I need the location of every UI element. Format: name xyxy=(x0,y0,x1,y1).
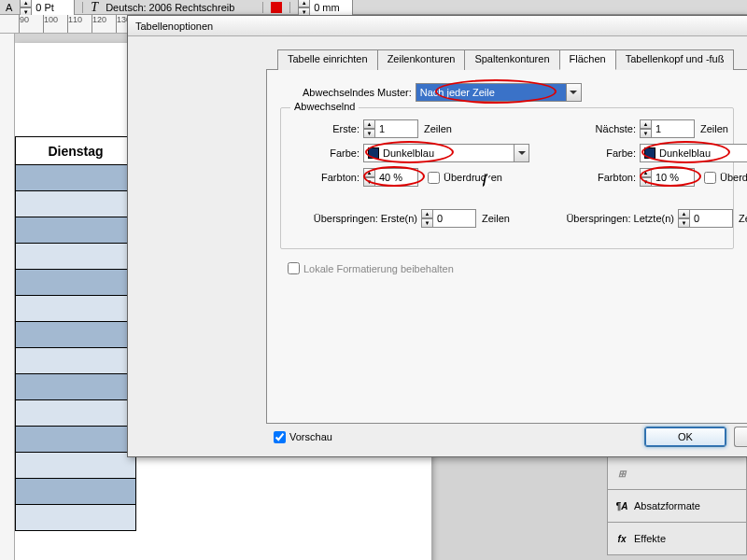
first-overprint-check[interactable]: Überdrucken xyxy=(428,172,502,184)
alternating-group: Abwechselnd Erste: ▲▼ Zeilen xyxy=(280,107,734,249)
table-header: Dienstag xyxy=(16,137,136,165)
table-row xyxy=(16,191,136,217)
color-swatch-icon xyxy=(368,147,379,159)
first-count-input[interactable] xyxy=(375,119,418,138)
pt-label: A xyxy=(6,2,12,13)
pt-spinner[interactable]: ▲▼ xyxy=(20,0,75,17)
first-color-value: Dunkelblau xyxy=(383,147,434,159)
pattern-value: Nach jeder Zeile xyxy=(420,87,495,98)
table-row xyxy=(16,479,136,505)
panel-label: Absatzformate xyxy=(634,500,700,511)
next-tint-input[interactable] xyxy=(652,168,695,187)
next-count-spinner[interactable]: ▲▼ xyxy=(640,119,695,138)
skip-first-spinner[interactable]: ▲▼ xyxy=(421,209,476,228)
app-toolbar: A ▲▼ T Deutsch: 2006 Rechtschreib ▲▼ xyxy=(0,0,747,15)
fx-icon: fx xyxy=(615,532,628,545)
panel-effekte[interactable]: fx Effekte xyxy=(607,523,747,555)
table-options-dialog: Tabellenoptionen Tabelle einrichten Zeil… xyxy=(127,15,747,457)
first-tint-input[interactable] xyxy=(375,168,418,187)
table-row xyxy=(16,244,136,270)
next-count-label: Nächste: xyxy=(567,123,640,134)
first-tint-spinner[interactable]: ▲▼ xyxy=(363,168,418,187)
table-row xyxy=(16,453,136,479)
first-count-label: Erste: xyxy=(290,123,363,134)
skip-last-input[interactable] xyxy=(690,209,733,228)
chevron-down-icon xyxy=(566,84,581,101)
tab-row-strokes[interactable]: Zeilenkonturen xyxy=(377,49,466,70)
unit-label: Zeilen xyxy=(482,213,510,224)
table-row xyxy=(16,374,136,400)
dialog-button-bar: Vorschau OK xyxy=(266,423,747,451)
skip-last-label: Überspringen: Letzte(n) xyxy=(547,213,678,224)
dialog-tabstrip: Tabelle einrichten Zeilenkonturen Spalte… xyxy=(277,49,733,70)
unit-label: Zeilen xyxy=(700,123,728,134)
tab-col-strokes[interactable]: Spaltenkonturen xyxy=(464,49,559,70)
table-row xyxy=(16,400,136,427)
table-row xyxy=(16,348,136,374)
tab-panel-fills: Abwechselndes Muster: Nach jeder Zeile A… xyxy=(266,69,747,424)
first-column: Erste: ▲▼ Zeilen Farbe: Dunkelblau xyxy=(290,119,529,192)
preserve-formatting-check[interactable]: Lokale Formatierung beibehalten xyxy=(288,262,454,274)
first-tint-label: Farbton: xyxy=(290,172,363,183)
red-swatch-icon xyxy=(271,2,282,13)
next-column: Nächste: ▲▼ Zeilen Farbe: Dunkelbla xyxy=(567,119,747,192)
ruler-vertical xyxy=(0,34,15,560)
pattern-label: Abwechselndes Muster: xyxy=(303,87,416,98)
table-row xyxy=(16,322,136,348)
unit-label: Zeilen xyxy=(739,213,747,224)
chevron-down-icon xyxy=(514,145,529,161)
panel-zellformate[interactable]: ⊞ xyxy=(607,457,747,490)
table-row xyxy=(16,217,136,244)
first-color-label: Farbe: xyxy=(290,147,363,159)
panel-absatzformate[interactable]: ¶A Absatzformate xyxy=(607,490,747,523)
skip-last-spinner[interactable]: ▲▼ xyxy=(678,209,733,228)
next-color-value: Dunkelblau xyxy=(659,147,711,159)
next-overprint-check[interactable]: Überdrucken xyxy=(704,172,747,184)
table-icon: ⊞ xyxy=(615,467,628,480)
table-row xyxy=(16,505,136,531)
first-color-select[interactable]: Dunkelblau xyxy=(363,144,529,162)
panel-label: Effekte xyxy=(634,533,666,544)
table-row xyxy=(16,296,136,322)
next-count-input[interactable] xyxy=(652,119,695,138)
unit-label: Zeilen xyxy=(424,123,452,134)
color-swatch-icon xyxy=(644,147,655,159)
table-row xyxy=(16,165,136,191)
cancel-button-partial[interactable] xyxy=(734,427,747,447)
next-color-select[interactable]: Dunkelblau xyxy=(640,144,747,162)
preview-check[interactable]: Vorschau xyxy=(274,431,332,443)
paragraph-icon: ¶A xyxy=(615,499,628,512)
ok-button[interactable]: OK xyxy=(644,427,726,447)
first-count-spinner[interactable]: ▲▼ xyxy=(363,119,418,138)
right-panel-stack: ⊞ ¶A Absatzformate fx Effekte xyxy=(607,457,747,555)
skip-first-input[interactable] xyxy=(433,209,476,228)
step-up-icon[interactable]: ▲ xyxy=(363,119,375,129)
lang-field: Deutsch: 2006 Rechtschreib xyxy=(106,2,255,13)
tab-fills[interactable]: Flächen xyxy=(559,49,616,70)
tab-setup[interactable]: Tabelle einrichten xyxy=(277,49,378,70)
workspace: A ▲▼ T Deutsch: 2006 Rechtschreib ▲▼ 90 … xyxy=(0,0,747,560)
tab-header-footer[interactable]: Tabellenkopf und -fuß xyxy=(615,49,735,70)
group-legend: Abwechselnd xyxy=(290,101,359,112)
mm-spinner[interactable]: ▲▼ xyxy=(298,0,353,17)
italic-icon: T xyxy=(91,0,98,15)
table-row xyxy=(16,427,136,453)
next-tint-label: Farbton: xyxy=(567,172,640,183)
dialog-title: Tabellenoptionen xyxy=(128,16,747,36)
skip-first-label: Überspringen: Erste(n) xyxy=(290,213,421,224)
document-table: Dienstag xyxy=(15,136,136,531)
step-down-icon[interactable]: ▼ xyxy=(363,129,375,138)
next-tint-spinner[interactable]: ▲▼ xyxy=(640,168,695,187)
pattern-select[interactable]: Nach jeder Zeile xyxy=(416,83,582,102)
next-color-label: Farbe: xyxy=(567,147,640,159)
table-row xyxy=(16,270,136,296)
